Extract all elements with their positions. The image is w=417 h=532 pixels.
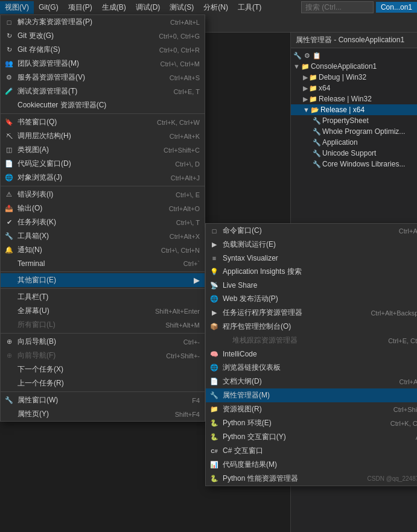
class-view-icon: ◫	[4, 145, 14, 155]
submenu-item-command[interactable]: □ 命令窗口(C) Ctrl+Alt+A	[206, 224, 417, 238]
menu-item-code-def[interactable]: 📄 代码定义窗口(D) Ctrl+\, D	[1, 157, 205, 171]
menu-item-output-shortcut: Ctrl+Alt+O	[169, 205, 200, 212]
submenu-item-load-test-label: 负载测试运行(E)	[223, 239, 417, 250]
tree-item-release-x64[interactable]: Release | x64	[320, 106, 364, 114]
menu-item-solution-explorer-label: 解决方案资源管理器(P)	[18, 17, 158, 27]
submenu-item-csharp-interactive[interactable]: C# C# 交互窗口	[206, 444, 417, 458]
menu-item-object-browser[interactable]: 🌐 对象浏览器(J) Ctrl+Alt+J	[1, 171, 205, 185]
submenu-item-python-interactive[interactable]: 🐍 Python 交互窗口(Y) Alt+I	[206, 430, 417, 444]
submenu-item-load-test[interactable]: ▶ 负载测试运行(E)	[206, 238, 417, 252]
menu-item-team-explorer-label: 团队资源管理器(M)	[18, 59, 148, 69]
tree-item-application[interactable]: Application	[322, 138, 358, 147]
menu-item-bookmark-shortcut: Ctrl+K, Ctrl+W	[157, 119, 200, 126]
intellicode-icon: 🧠	[209, 349, 219, 359]
connect-button[interactable]: Con...on1	[376, 2, 417, 13]
submenu-item-nuget[interactable]: 📦 程序包管理控制台(O)	[206, 320, 417, 334]
menu-item-property-pages[interactable]: 属性页(Y) Shift+F4	[1, 407, 205, 421]
toolbox-icon: 🔧	[4, 232, 14, 241]
tree-root-label[interactable]: ConsoleApplication1	[311, 62, 377, 71]
search-input[interactable]	[301, 1, 374, 13]
submenu-item-task-runner-shortcut: Ctrl+Alt+Backspcae	[371, 309, 417, 317]
whole-program-icon: 🔧	[313, 128, 321, 136]
unicode-icon: 🔧	[313, 150, 321, 157]
submenu-item-resource-view[interactable]: 📁 资源视图(R) Ctrl+Shift+E	[206, 402, 417, 416]
tree-item-corewindows[interactable]: Core Windows Libraries...	[322, 160, 405, 168]
menu-item-properties-window-shortcut: F4	[192, 397, 200, 404]
submenu-item-code-metrics[interactable]: 📊 代码度量结果(M)	[206, 458, 417, 472]
core-windows-icon: 🔧	[313, 160, 321, 168]
menu-item-test-explorer[interactable]: 🧪 测试资源管理器(T) Ctrl+E, T	[1, 84, 205, 98]
submenu-item-live-share[interactable]: 📡 Live Share	[206, 279, 417, 292]
submenu-item-python-perf[interactable]: 🐍 Python 性能资源管理器 CSDN @qq_22487889	[206, 472, 417, 486]
separator5	[1, 333, 205, 334]
tree-expand-icon3: ▶	[303, 84, 308, 92]
code-metrics-icon: 📊	[209, 460, 219, 470]
menu-item-git-changes[interactable]: ↻ Git 更改(G) Ctrl+0, Ctrl+G	[1, 29, 205, 43]
browser-link-icon: 🌐	[209, 363, 219, 373]
menu-item-bookmark-label: 书签窗口(Q)	[18, 117, 145, 127]
menu-item-fullscreen[interactable]: 全屏幕(U) Shift+Alt+Enter	[1, 304, 205, 318]
properties-title: 属性管理器 - ConsoleApplication1	[291, 33, 417, 48]
menu-item-error-list[interactable]: ⚠ 错误列表(I) Ctrl+\, E	[1, 188, 205, 201]
menu-item-cookiecutter-label: Cookiecutter 资源管理器(C)	[18, 100, 200, 110]
menu-tools[interactable]: 工具(T)	[233, 1, 266, 14]
submenu-item-property-manager-label: 属性管理器(M)	[223, 390, 417, 401]
menu-item-team-explorer[interactable]: 👥 团队资源管理器(M) Ctrl+\, Ctrl+M	[1, 57, 205, 71]
menu-item-fullscreen-label: 全屏幕(U)	[18, 306, 143, 316]
menu-item-solution-explorer[interactable]: □ 解决方案资源管理器(P) Ctrl+Alt+L	[1, 15, 205, 29]
menu-view[interactable]: 视图(V)	[0, 1, 34, 14]
menu-item-other-windows[interactable]: 其他窗口(E) ▶	[1, 273, 205, 287]
menu-item-toolbar[interactable]: 工具栏(T)	[1, 290, 205, 304]
menu-item-nav-back[interactable]: ⊕ 向后导航(B) Ctrl+-	[1, 335, 205, 349]
menu-item-server-explorer[interactable]: ⚙ 服务器资源管理器(V) Ctrl+Alt+S	[1, 71, 205, 84]
properties-window-icon: 🔧	[4, 396, 14, 405]
submenu-item-python-env[interactable]: 🐍 Python 环境(E) Ctrl+K, Ctrl+`	[206, 416, 417, 430]
menu-item-output[interactable]: 📤 输出(O) Ctrl+Alt+O	[1, 201, 205, 215]
menu-debug[interactable]: 调试(D)	[131, 1, 165, 14]
property-sheet-icon: 🔧	[313, 117, 321, 125]
menu-item-toolbox[interactable]: 🔧 工具箱(X) Ctrl+Alt+X	[1, 229, 205, 243]
menu-item-object-browser-label: 对象浏览器(J)	[18, 173, 159, 183]
menu-project[interactable]: 项目(P)	[63, 1, 97, 14]
menu-item-task-list[interactable]: ✔ 任务列表(K) Ctrl+\, T	[1, 215, 205, 229]
submenu-item-app-insights[interactable]: 💡 Application Insights 搜索	[206, 265, 417, 279]
tree-item-unicode[interactable]: Unicode Support	[322, 149, 376, 157]
submenu-item-property-manager[interactable]: 🔧 属性管理器(M)	[206, 388, 417, 402]
menu-item-notifications[interactable]: 🔔 通知(N) Ctrl+\, Ctrl+N	[1, 243, 205, 257]
submenu-item-browser-link[interactable]: 🌐 浏览器链接仪表板	[206, 361, 417, 375]
submenu-item-task-runner[interactable]: ▶ 任务运行程序资源管理器 Ctrl+Alt+Backspcae	[206, 306, 417, 320]
menu-item-properties-window[interactable]: 🔧 属性窗口(W) F4	[1, 393, 205, 407]
nuget-icon: 📦	[209, 322, 219, 332]
menu-test[interactable]: 测试(S)	[165, 1, 199, 14]
tree-expand-icon5: ▼	[303, 106, 310, 113]
menu-item-server-explorer-label: 服务器资源管理器(V)	[18, 72, 158, 83]
menu-item-cookiecutter[interactable]: Cookiecutter 资源管理器(C)	[1, 98, 205, 112]
submenu-item-command-shortcut: Ctrl+Alt+A	[399, 227, 417, 235]
property-manager-icon: 🔧	[209, 391, 219, 401]
tree-item-propertysheet[interactable]: PropertySheet	[322, 116, 369, 125]
menu-item-terminal[interactable]: Terminal Ctrl+`	[1, 257, 205, 270]
menu-analyze[interactable]: 分析(N)	[199, 1, 233, 14]
menu-item-toolbar-label: 工具栏(T)	[18, 292, 200, 302]
tree-item-x64[interactable]: x64	[319, 84, 330, 92]
menu-item-class-view[interactable]: ◫ 类视图(A) Ctrl+Shift+C	[1, 143, 205, 157]
submenu-item-stack-trace-label: 堆栈跟踪资源管理器	[223, 335, 376, 346]
menu-item-nav-forward: ⊕ 向前导航(F) Ctrl+Shift+-	[1, 349, 205, 363]
submenu-arrow-icon: ▶	[194, 276, 200, 285]
menu-item-code-def-shortcut: Ctrl+\, D	[175, 160, 200, 168]
submenu-item-intellicode[interactable]: 🧠 IntelliCode	[206, 347, 417, 361]
tree-item-wholeprog[interactable]: Whole Program Optimiz...	[322, 127, 405, 136]
menu-build[interactable]: 生成(B)	[97, 1, 131, 14]
submenu-item-document-outline[interactable]: 📄 文档大纲(D) Ctrl+Alt+T	[206, 375, 417, 388]
menu-item-prev-task[interactable]: 上一个任务(R)	[1, 376, 205, 390]
menu-item-call-hierarchy[interactable]: ⛏ 调用层次结构(H) Ctrl+Alt+K	[1, 129, 205, 143]
menu-item-git-repo[interactable]: ↻ Git 存储库(S) Ctrl+0, Ctrl+R	[1, 43, 205, 57]
tree-item-release-win32[interactable]: Release | Win32	[319, 95, 372, 103]
menu-item-bookmark[interactable]: 🔖 书签窗口(Q) Ctrl+K, Ctrl+W	[1, 115, 205, 129]
submenu-item-syntax-visualizer[interactable]: ≡ Syntax Visualizer	[206, 252, 417, 265]
tree-item-debug[interactable]: Debug | Win32	[319, 73, 366, 81]
menu-git[interactable]: Git(G)	[34, 2, 63, 13]
menu-item-next-task[interactable]: 下一个任务(X)	[1, 363, 205, 376]
menu-item-test-explorer-label: 测试资源管理器(T)	[18, 86, 161, 97]
submenu-item-web-publish[interactable]: 🌐 Web 发布活动(P)	[206, 292, 417, 306]
